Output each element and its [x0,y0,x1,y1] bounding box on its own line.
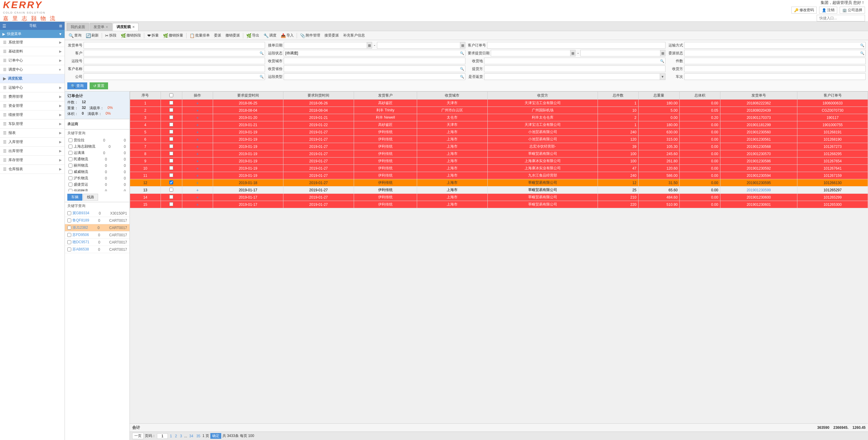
vehicle-item-luqf8189[interactable]: 鲁QF8189 0 CART0017 [65,217,129,224]
order-no-link[interactable]: 201901230568 [747,145,771,149]
order-no-link[interactable]: 201901230594 [747,174,771,178]
cell-order-no[interactable]: 201901181299 [720,121,797,129]
transport-mode-search-icon[interactable]: 🔍 [859,43,865,48]
add-icon[interactable]: + [196,159,198,163]
vehicle-checkbox-sufd9506[interactable] [67,233,71,237]
add-icon[interactable]: + [196,101,198,106]
row-checkbox[interactable] [169,195,173,199]
cell-order-no[interactable]: 201901230570 [720,150,797,158]
row-checkbox[interactable] [169,166,173,170]
filter-receiver-input[interactable] [684,65,866,72]
company-search-icon[interactable]: 🔍 [259,75,265,79]
tab-shipment[interactable]: 发货单 ✕ [90,23,112,31]
vehicle-checkbox-gandc9571[interactable] [67,240,71,244]
register-button[interactable]: 👤 注销 [819,7,837,13]
cell-operation[interactable]: + [182,100,213,107]
cell-operation[interactable]: + [182,201,213,208]
page-confirm-button[interactable]: 确定 [210,433,221,439]
row-checkbox[interactable] [169,202,173,206]
page-link-3[interactable]: 3 [179,434,183,439]
segment-status-search-icon[interactable]: 🔍 [459,51,465,55]
carrier-checkbox-weiwei[interactable] [68,170,72,174]
vehicle-item-zhej12382[interactable]: 浙J12382 0 CART0017 [65,224,129,231]
customer-search-icon[interactable]: 🔍 [259,51,265,55]
cell-operation[interactable]: + [182,129,213,136]
cell-operation[interactable]: + [182,158,213,165]
filter-customer-input[interactable] [84,51,259,56]
filter-company-input[interactable] [84,74,259,80]
filter-return-goods-input[interactable] [485,74,660,80]
cell-operation[interactable]: + [182,121,213,129]
sidebar-item-order-center[interactable]: ☰ 订单中心 ▶ [0,56,65,65]
cell-operation[interactable]: + [182,136,213,143]
toolbar-batch-button[interactable]: 📋 批量排单 [188,32,212,39]
add-icon[interactable]: + [196,166,198,171]
sidebar-item-cost[interactable]: ☰ 费用管理 ▶ [0,92,65,101]
row-checkbox[interactable] [169,173,173,177]
sidebar-item-outbound[interactable]: ☰ 出库管理 ▶ [0,147,65,156]
sidebar-item-reports[interactable]: ☰ 报表 ▶ [0,129,65,137]
cell-operation[interactable]: + [182,165,213,172]
sidebar-item-performance[interactable]: ☰ 绩效管理 ▶ [0,111,65,120]
sidebar-item-dispatch-center[interactable]: ☰ 调度中心 ▼ [0,65,65,74]
add-icon[interactable]: + [196,202,198,207]
vehicle-item-jigb9334[interactable]: 冀GB9334 0 X30150P1 [65,210,129,217]
toolbar-supplement-button[interactable]: 补充客户信息 [341,32,367,39]
cell-operation[interactable]: + [182,179,213,187]
page-number-input[interactable] [157,433,168,439]
filter-delivery-province-input[interactable] [284,66,459,71]
toolbar-accept-delegate-button[interactable]: 接受委派 [322,32,341,39]
row-checkbox[interactable] [169,144,173,148]
cell-checkbox[interactable] [161,201,182,208]
company-select-button[interactable]: 🏢 公司选择 [840,7,865,13]
carrier-checkbox-huolala[interactable] [68,138,72,142]
cell-operation[interactable]: + [182,187,213,194]
tab-desktop[interactable]: 我的桌面 [67,23,89,31]
cell-checkbox[interactable] [161,172,182,179]
sidebar-item-system[interactable]: ☰ 系统管理 ▶ [0,38,65,47]
filter-segment-type-input[interactable] [284,74,459,80]
carrier-item-shengjie[interactable]: 盛捷货运 0 0 [67,181,127,188]
cell-checkbox[interactable] [161,158,182,165]
carrier-checkbox-jiafu[interactable] [68,189,72,191]
vehicle-checkbox-zhej12382[interactable] [67,226,71,230]
cell-operation[interactable]: + [182,172,213,179]
filter-cust-order-no-input[interactable] [487,42,665,49]
page-link-34[interactable]: 34 [188,434,194,439]
vehicle-plate-zhej12382[interactable]: 浙J12382 [72,225,88,230]
order-no-link[interactable]: 201901230586 [747,159,771,163]
toolbar-query-button[interactable]: 🔍 查询 [67,32,83,39]
carrier-item-shzh[interactable]: 上海志颢物流 0 0 [67,143,127,150]
add-icon[interactable]: + [196,130,198,135]
add-icon[interactable]: + [196,152,198,156]
page-link-2[interactable]: 2 [174,434,178,439]
order-no-link[interactable]: 201901230561 [747,137,771,142]
tab-shipment-close[interactable]: ✕ [105,25,108,29]
order-no-link[interactable]: 201901230600 [747,195,771,199]
first-page-button[interactable]: 一页 [132,433,144,439]
vehicle-plate-jigb9334[interactable]: 冀GB9334 [72,211,89,216]
cell-checkbox[interactable] [161,165,182,172]
sidebar-item-dispatch-load[interactable]: ▶ 调度配载 [0,74,65,83]
filter-customer-name-input[interactable] [84,65,265,72]
row-checkbox[interactable] [169,123,173,126]
filter-receive-date-end-input[interactable] [377,42,460,48]
toolbar-undo-split-qty-button[interactable]: 🌿 撤销拆量 [161,32,185,39]
cell-operation[interactable]: + [182,194,213,201]
vehicle-checkbox-luqf8189[interactable] [67,219,71,222]
row-checkbox[interactable] [169,159,173,163]
filter-required-pickup-end-input[interactable] [581,51,660,56]
toolbar-import-button[interactable]: 📥 导入 [279,32,296,39]
row-checkbox[interactable] [169,115,173,119]
toolbar-refresh-button[interactable]: 🔄 刷新 [84,32,100,39]
cell-order-no[interactable]: 201901170373 [720,114,797,121]
order-no-link[interactable]: 201901230592 [747,166,771,170]
toolbar-attachment-button[interactable]: 📎 附件管理 [298,32,322,39]
cell-order-no[interactable]: 201901230601 [720,201,797,208]
toolbar-split-qty-button[interactable]: ❤ 拆量 [146,32,161,39]
filter-segment-status-input[interactable] [284,51,459,56]
add-icon[interactable]: + [196,137,198,142]
toolbar-split-button[interactable]: ✂ 拆段 [103,32,118,39]
cell-order-no[interactable]: 201901230561 [720,136,797,143]
row-checkbox[interactable] [169,130,173,134]
